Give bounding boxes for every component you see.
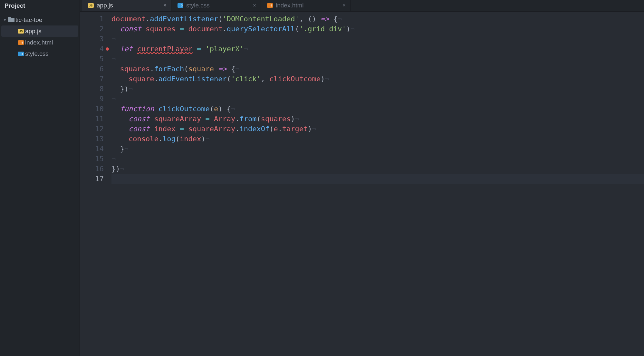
code-line[interactable]: ¬: [111, 154, 644, 164]
editor-pane: JSapp.js×3style.css×5index.html× 1234567…: [80, 0, 644, 356]
file-icon: 5: [17, 40, 25, 45]
line-number[interactable]: 11: [80, 114, 104, 124]
line-number[interactable]: 9: [80, 94, 104, 104]
close-icon[interactable]: ×: [253, 2, 256, 9]
project-sidebar: Project ▾ tic-tac-toe JSapp.js5index.htm…: [0, 0, 80, 356]
code-line[interactable]: const index = squareArray.indexOf(e.targ…: [111, 124, 644, 134]
code-line[interactable]: squares.forEach(square => {¬: [111, 64, 644, 74]
code-line[interactable]: [111, 174, 644, 184]
folder-icon: [7, 18, 15, 22]
line-number-gutter[interactable]: 1234567891011121314151617: [80, 12, 111, 356]
file-icon: JS: [17, 29, 25, 34]
folder-name: tic-tac-toe: [15, 16, 42, 24]
tab-style-css[interactable]: 3style.css×: [171, 0, 261, 11]
line-number[interactable]: 8: [80, 84, 104, 94]
line-number[interactable]: 13: [80, 134, 104, 144]
js-file-icon: JS: [18, 29, 24, 34]
line-number[interactable]: 10: [80, 104, 104, 114]
line-number[interactable]: 17: [80, 174, 104, 184]
code-line[interactable]: })¬: [111, 84, 644, 94]
code-line[interactable]: square.addEventListener('click', clickOu…: [111, 74, 644, 84]
project-sidebar-header: Project: [0, 0, 80, 12]
tab-file-icon: JS: [87, 3, 95, 8]
file-name: index.html: [25, 39, 53, 46]
file-tree: ▾ tic-tac-toe JSapp.js5index.html3style.…: [0, 12, 80, 59]
tab-file-icon: 3: [177, 3, 184, 8]
code-line[interactable]: const squareArray = Array.from(squares)¬: [111, 114, 644, 124]
code-line[interactable]: let currentPLayer = 'playerX'¬: [111, 44, 644, 54]
line-number[interactable]: 3: [80, 34, 104, 44]
code-line[interactable]: document.addEventListener('DOMContentLoa…: [111, 14, 644, 24]
code-line[interactable]: console.log(index)¬: [111, 134, 644, 144]
file-row-app-js[interactable]: JSapp.js: [1, 25, 78, 37]
file-icon: 3: [17, 52, 25, 56]
line-number[interactable]: 7: [80, 74, 104, 84]
line-number[interactable]: 5: [80, 54, 104, 64]
code-line[interactable]: ¬: [111, 54, 644, 64]
file-row-style-css[interactable]: 3style.css: [0, 48, 80, 59]
code-area[interactable]: 1234567891011121314151617 document.addEv…: [80, 12, 644, 356]
css-file-icon: 3: [18, 52, 24, 56]
tab-label: app.js: [97, 2, 113, 9]
line-number[interactable]: 1: [80, 14, 104, 24]
close-icon[interactable]: ×: [342, 2, 346, 9]
code-line[interactable]: ¬: [111, 34, 644, 44]
line-number[interactable]: 2: [80, 24, 104, 34]
folder-row[interactable]: ▾ tic-tac-toe: [0, 14, 80, 25]
tab-index-html[interactable]: 5index.html×: [261, 0, 351, 11]
close-icon[interactable]: ×: [163, 2, 167, 9]
line-number[interactable]: 16: [80, 164, 104, 174]
code-line[interactable]: ¬: [111, 94, 644, 104]
html-file-icon: 5: [18, 40, 24, 45]
tab-app-js[interactable]: JSapp.js×: [82, 0, 171, 11]
css-file-icon: 3: [178, 3, 183, 8]
line-number[interactable]: 6: [80, 64, 104, 74]
line-number[interactable]: 14: [80, 144, 104, 154]
line-number[interactable]: 15: [80, 154, 104, 164]
code-line[interactable]: })¬: [111, 164, 644, 174]
tab-file-icon: 5: [266, 3, 274, 8]
tab-bar: JSapp.js×3style.css×5index.html×: [80, 0, 644, 12]
file-name: style.css: [25, 50, 49, 57]
line-number[interactable]: 12: [80, 124, 104, 134]
line-number[interactable]: 4: [80, 44, 104, 54]
breakpoint-icon[interactable]: [106, 47, 109, 51]
code-line[interactable]: }¬: [111, 144, 644, 154]
tab-label: index.html: [276, 2, 304, 9]
js-file-icon: JS: [88, 3, 94, 8]
tab-label: style.css: [186, 2, 210, 9]
code-line[interactable]: function clickOutcome(e) {¬: [111, 104, 644, 114]
file-row-index-html[interactable]: 5index.html: [0, 37, 80, 48]
html-file-icon: 5: [267, 3, 273, 8]
file-name: app.js: [25, 28, 42, 35]
code-line[interactable]: const squares = document.querySelectorAl…: [111, 24, 644, 34]
chevron-down-icon: ▾: [3, 18, 7, 22]
code-editor[interactable]: document.addEventListener('DOMContentLoa…: [111, 12, 644, 356]
